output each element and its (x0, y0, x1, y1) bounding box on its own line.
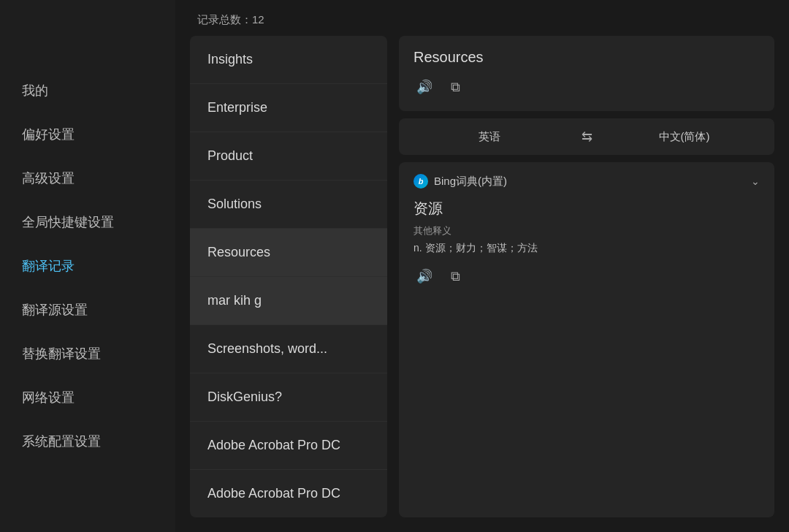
speak-button[interactable]: 🔊 (413, 76, 435, 98)
translation-icon-row: 🔊 ⧉ (413, 76, 760, 98)
target-lang-button[interactable]: 中文(简体) (601, 123, 767, 151)
dict-copy-button[interactable]: ⧉ (444, 265, 466, 287)
sidebar-item-preferences[interactable]: 偏好设置 (0, 113, 175, 156)
dictionary-card: b Bing词典(内置) ⌄ 资源 其他释义 n. 资源；财力；智谋；方法 🔊 … (399, 162, 774, 517)
sidebar-item-history[interactable]: 翻译记录 (0, 244, 175, 288)
dict-icon-row: 🔊 ⧉ (413, 265, 760, 287)
sidebar-item-shortcuts[interactable]: 全局快捷键设置 (0, 200, 175, 244)
list-item-adobe2[interactable]: Adobe Acrobat Pro DC (190, 470, 387, 517)
list-item-diskgenius[interactable]: DiskGenius? (190, 373, 387, 422)
list-item-product[interactable]: Product (190, 132, 387, 180)
copy-button[interactable]: ⧉ (444, 76, 466, 98)
dict-name: Bing词典(内置) (434, 175, 507, 189)
sidebar-item-advanced[interactable]: 高级设置 (0, 156, 175, 200)
record-count: 记录总数：12 (197, 13, 264, 27)
content-area: Insights Enterprise Product Solutions Re… (175, 36, 789, 532)
header: 记录总数：12 (175, 0, 789, 36)
swap-lang-button[interactable]: ⇆ (572, 129, 601, 145)
dict-collapse-button[interactable]: ⌄ (751, 175, 760, 187)
dict-header: b Bing词典(内置) ⌄ (413, 174, 760, 189)
sidebar: 我的 偏好设置 高级设置 全局快捷键设置 翻译记录 翻译源设置 替换翻译设置 网… (0, 0, 175, 532)
dict-speak-button[interactable]: 🔊 (413, 265, 435, 287)
list-item-enterprise[interactable]: Enterprise (190, 84, 387, 132)
translation-card: Resources 🔊 ⧉ (399, 36, 774, 111)
list-item-adobe1[interactable]: Adobe Acrobat Pro DC (190, 422, 387, 470)
sidebar-item-replace[interactable]: 替换翻译设置 (0, 332, 175, 376)
list-item-markihg[interactable]: mar kih g (190, 277, 387, 325)
source-lang-button[interactable]: 英语 (406, 123, 572, 151)
list-item-insights[interactable]: Insights (190, 36, 387, 84)
bing-icon: b (413, 174, 428, 189)
sidebar-item-network[interactable]: 网络设置 (0, 376, 175, 419)
translation-word: Resources (413, 49, 760, 66)
detail-panel: Resources 🔊 ⧉ 英语 ⇆ 中文(简体) b Bing词典(内置) (399, 36, 774, 517)
dict-title: b Bing词典(内置) (413, 174, 507, 189)
list-item-solutions[interactable]: Solutions (190, 180, 387, 229)
language-toggle: 英语 ⇆ 中文(简体) (399, 118, 774, 155)
dict-other-meanings-label: 其他释义 (413, 224, 760, 238)
main-content: 记录总数：12 Insights Enterprise Product Solu… (175, 0, 789, 532)
history-list: Insights Enterprise Product Solutions Re… (190, 36, 387, 517)
sidebar-item-source[interactable]: 翻译源设置 (0, 288, 175, 332)
dict-meanings: n. 资源；财力；智谋；方法 (413, 242, 760, 255)
dict-main-word: 资源 (413, 199, 760, 218)
list-item-resources[interactable]: Resources (190, 229, 387, 277)
sidebar-item-my[interactable]: 我的 (0, 69, 175, 113)
list-item-screenshots[interactable]: Screenshots, word... (190, 325, 387, 373)
sidebar-item-sysconfig[interactable]: 系统配置设置 (0, 419, 175, 463)
